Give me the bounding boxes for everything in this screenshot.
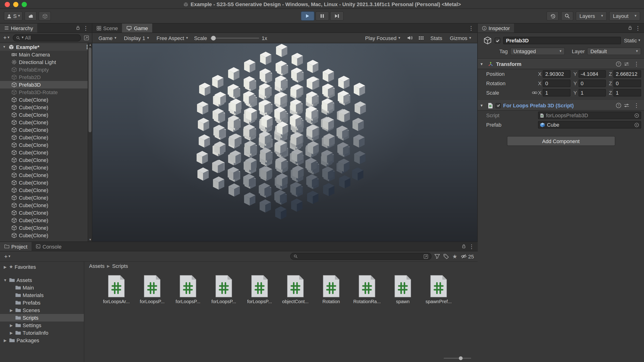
- foldout-icon[interactable]: ▾: [480, 103, 485, 108]
- hierarchy-item[interactable]: Cube(Clone): [0, 119, 92, 126]
- display-dropdown[interactable]: Display 1▾: [120, 34, 152, 42]
- hidden-count-badge[interactable]: 25: [461, 254, 474, 259]
- project-tree-item-favorites[interactable]: ▶★Favorites: [0, 263, 84, 271]
- minimize-window-button[interactable]: [13, 2, 18, 7]
- asset-item[interactable]: forLoopsP...: [137, 275, 167, 304]
- layout-dropdown[interactable]: Layout ▾: [609, 11, 640, 21]
- foldout-icon[interactable]: ▶: [9, 308, 14, 312]
- hierarchy-item[interactable]: Cube(Clone): [0, 141, 92, 149]
- hierarchy-item[interactable]: Cube(Clone): [0, 224, 92, 232]
- close-window-button[interactable]: [5, 2, 10, 7]
- foldout-icon[interactable]: ▶: [9, 323, 14, 328]
- rotation-z-field[interactable]: 0: [614, 79, 641, 87]
- hierarchy-item[interactable]: Cube(Clone): [0, 201, 92, 209]
- asset-item[interactable]: forLoopsP...: [244, 275, 275, 304]
- stats-toggle[interactable]: Stats: [427, 34, 446, 42]
- foldout-icon[interactable]: ▾: [2, 45, 6, 49]
- maximize-window-button[interactable]: [22, 2, 27, 7]
- project-tree-item-main[interactable]: Main: [0, 284, 84, 291]
- hierarchy-item[interactable]: Cube(Clone): [0, 179, 92, 186]
- static-dropdown[interactable]: Static ▾: [624, 38, 641, 43]
- presets-icon[interactable]: [624, 62, 630, 66]
- project-tree-item-scripts[interactable]: Scripts: [0, 314, 84, 322]
- account-button[interactable]: S ▾: [4, 11, 23, 21]
- play-focused-dropdown[interactable]: Play Focused▾: [362, 34, 404, 42]
- hierarchy-add-button[interactable]: + ▾: [2, 34, 11, 41]
- hierarchy-item[interactable]: Cube(Clone): [0, 134, 92, 141]
- mute-audio-icon[interactable]: [404, 34, 415, 42]
- hierarchy-item[interactable]: Cube(Clone): [0, 164, 92, 171]
- asset-item[interactable]: forLoopsP...: [173, 275, 203, 304]
- tab-game[interactable]: Game: [122, 23, 152, 32]
- object-picker-icon[interactable]: [634, 122, 639, 127]
- search-by-label-icon[interactable]: [443, 254, 449, 259]
- lock-icon[interactable]: [76, 25, 80, 30]
- foldout-icon[interactable]: ▶: [3, 265, 8, 269]
- hierarchy-item[interactable]: Cube(Clone): [0, 171, 92, 179]
- foldout-icon[interactable]: ▼: [3, 278, 8, 282]
- asset-item[interactable]: forLoopsP...: [209, 275, 239, 304]
- project-tree-item-assets[interactable]: ▼Assets: [0, 276, 84, 284]
- project-tree-item-settings[interactable]: ▶Settings: [0, 322, 84, 329]
- prefab-object-field[interactable]: Cube: [538, 121, 641, 128]
- presets-icon[interactable]: [624, 103, 630, 108]
- hierarchy-item[interactable]: Cube(Clone): [0, 149, 92, 156]
- transform-component-header[interactable]: ▾ Transform ? ⋮: [478, 59, 644, 69]
- asset-item[interactable]: objectCont...: [280, 275, 310, 304]
- script-component-header[interactable]: ▾ For Loops Prefab 3D (Script) ? ⋮: [478, 100, 644, 111]
- cloud-button[interactable]: [25, 11, 37, 21]
- tab-scene[interactable]: Scene: [92, 23, 122, 32]
- hierarchy-item[interactable]: Prefab3D-Rotate: [0, 88, 92, 96]
- hierarchy-item[interactable]: Cube(Clone): [0, 111, 92, 119]
- hierarchy-item[interactable]: Cube(Clone): [0, 232, 92, 239]
- hierarchy-item[interactable]: Cube(Clone): [0, 209, 92, 217]
- layers-dropdown[interactable]: Layers ▾: [576, 11, 607, 21]
- pause-button[interactable]: [315, 11, 329, 21]
- hierarchy-item[interactable]: Cube(Clone): [0, 186, 92, 194]
- breadcrumb-current[interactable]: Scripts: [112, 263, 128, 269]
- hierarchy-item[interactable]: Cube(Clone): [0, 156, 92, 164]
- hierarchy-item[interactable]: Directional Light: [0, 58, 92, 66]
- project-tree-item-scenes[interactable]: ▶Scenes: [0, 307, 84, 314]
- asset-item[interactable]: spawnPref...: [424, 275, 454, 304]
- foldout-icon[interactable]: ▾: [480, 62, 485, 66]
- scale-z-field[interactable]: 1: [614, 89, 641, 96]
- scroll-up-icon[interactable]: ▲: [88, 43, 92, 46]
- scale-x-field[interactable]: 1: [543, 89, 571, 96]
- active-checkbox[interactable]: [495, 38, 500, 43]
- component-enabled-checkbox[interactable]: [496, 103, 501, 108]
- tab-console[interactable]: Console: [32, 242, 66, 251]
- breadcrumb-root[interactable]: Assets: [89, 263, 104, 269]
- vsync-grid-icon[interactable]: [416, 34, 426, 42]
- gizmos-dropdown[interactable]: Gizmos▾: [446, 34, 474, 42]
- play-button[interactable]: [300, 11, 314, 21]
- project-tree-item-packages[interactable]: ▶Packages: [0, 337, 84, 344]
- scroll-down-icon[interactable]: ▼: [88, 238, 92, 241]
- asset-item[interactable]: forLoopsAr...: [101, 275, 132, 304]
- hierarchy-item[interactable]: Prefab3D: [0, 81, 92, 88]
- object-picker-icon[interactable]: [634, 113, 639, 118]
- foldout-icon[interactable]: ▶: [9, 331, 14, 335]
- search-by-type-icon[interactable]: [434, 254, 440, 259]
- game-view-menu-icon[interactable]: ⋮: [466, 25, 476, 31]
- project-add-button[interactable]: + ▾: [3, 253, 12, 260]
- component-menu-icon[interactable]: ⋮: [632, 103, 641, 108]
- gameobject-name-field[interactable]: Prefab3D: [503, 37, 621, 44]
- open-in-search-icon[interactable]: [424, 254, 428, 259]
- help-icon[interactable]: ?: [616, 103, 622, 108]
- favorites-star-icon[interactable]: ★: [452, 254, 458, 259]
- scale-slider[interactable]: [210, 34, 259, 42]
- hierarchy-item[interactable]: Prefab2D: [0, 73, 92, 81]
- search-takeover-icon[interactable]: [83, 34, 90, 41]
- tab-hierarchy[interactable]: Hierarchy: [0, 23, 37, 32]
- position-y-field[interactable]: -4.1084: [578, 70, 606, 78]
- asset-item[interactable]: RotationRa...: [352, 275, 382, 304]
- services-button[interactable]: [39, 11, 51, 21]
- inspector-menu-icon[interactable]: ⋮: [633, 25, 642, 31]
- display-target-dropdown[interactable]: Game▾: [95, 34, 120, 42]
- help-icon[interactable]: ?: [616, 61, 622, 67]
- lock-icon[interactable]: [462, 244, 466, 249]
- hierarchy-item[interactable]: Cube(Clone): [0, 96, 92, 104]
- position-x-field[interactable]: 2.90302: [543, 70, 571, 78]
- position-z-field[interactable]: 2.668212: [614, 70, 641, 78]
